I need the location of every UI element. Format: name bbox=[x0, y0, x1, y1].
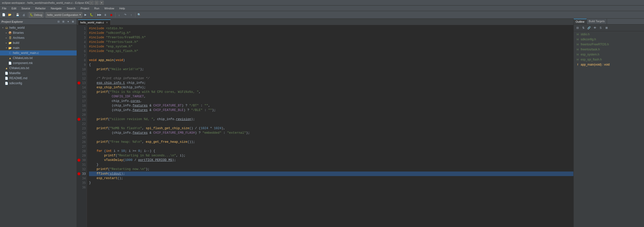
tree-item-build[interactable]: ▸ 📁 build bbox=[0, 40, 77, 45]
menu-project[interactable]: Project bbox=[79, 6, 90, 10]
code-line-18: (chip_info.features & CHIP_FEATURE_BT) ?… bbox=[89, 103, 573, 108]
tree-item-sdkconfig[interactable]: 📄 sdkconfig bbox=[0, 81, 77, 86]
makefile-icon: 📄 bbox=[5, 71, 9, 75]
close-button[interactable]: ✕ bbox=[100, 1, 104, 5]
breakpoint-21 bbox=[77, 118, 80, 121]
title-bar-controls[interactable]: ─ □ ✕ bbox=[90, 1, 104, 5]
code-line-31: } bbox=[89, 162, 573, 167]
launch-config-dropdown[interactable]: hello_world Configuration ▾ bbox=[46, 12, 82, 18]
save-button[interactable]: 💾 bbox=[15, 12, 20, 18]
step-over-button[interactable]: ↷ bbox=[123, 12, 128, 18]
sidebar: Project Explorer ⊟ ⊞ ▾ ⊠ ▾ 🗂 hello_world… bbox=[0, 19, 77, 227]
code-line-34: esp_restart(); bbox=[89, 176, 573, 181]
menu-help[interactable]: Help bbox=[118, 6, 126, 10]
outline-item-app_main[interactable]: f app_main(void) : void bbox=[574, 62, 644, 67]
outline-item-stdio[interactable]: H stdio.h bbox=[574, 32, 644, 37]
tree-label-component-mk: component.mk bbox=[13, 61, 33, 65]
tree-item-cmakelists-main[interactable]: ▲ CMakeLists.txt bbox=[0, 55, 77, 61]
menu-search[interactable]: Search bbox=[66, 6, 77, 10]
run-last-button[interactable]: ▶ bbox=[83, 12, 88, 18]
gutter-12: 12 bbox=[77, 76, 87, 81]
stop-button[interactable]: ⏹ bbox=[109, 12, 114, 18]
gutter-13: 13 bbox=[77, 81, 87, 85]
tree-label-makefile: Makefile bbox=[9, 71, 21, 75]
tree-label-build: build bbox=[13, 41, 19, 45]
outline-hide-fields-btn[interactable]: 👁 bbox=[592, 25, 598, 31]
tree-item-hello_world_main_c[interactable]: C hello_world_main.c bbox=[0, 50, 77, 55]
menu-run[interactable]: Run bbox=[93, 6, 100, 10]
menu-file[interactable]: File bbox=[1, 6, 8, 10]
tab-outline[interactable]: Outline bbox=[574, 19, 587, 24]
debug-last-button[interactable]: 🐛 bbox=[89, 12, 94, 18]
search-button[interactable]: 🔍 bbox=[136, 12, 142, 18]
tree-item-archives[interactable]: ▸ 🗄 Archives bbox=[0, 35, 77, 40]
tree-item-main[interactable]: ▾ 📂 main bbox=[0, 45, 77, 50]
resume-button[interactable]: ▶▶ bbox=[97, 12, 102, 18]
tree-item-cmakelists-root[interactable]: ▲ CMakeLists.txt bbox=[0, 66, 77, 71]
code-line-16: CONFIG_IDF_TARGET, bbox=[89, 94, 573, 99]
code-editor[interactable]: 1 2 3 4 5 6 7 8 9 10 11 12 13 14 15 16 1… bbox=[77, 25, 573, 227]
minimize-button[interactable]: ─ bbox=[90, 1, 94, 5]
step-into-button[interactable]: ↓ bbox=[116, 12, 122, 18]
tab-close-btn[interactable]: ✕ bbox=[105, 21, 108, 24]
sidebar-header: Project Explorer ⊟ ⊞ ▾ ⊠ bbox=[0, 19, 77, 25]
outline-collapse-btn[interactable]: ⊟ bbox=[575, 25, 580, 31]
code-line-20 bbox=[89, 112, 573, 117]
code-line-30: vTaskDelay(1000 / portTICK_PERIOD_MS); bbox=[89, 158, 573, 162]
sidebar-collapse-btn[interactable]: ⊟ bbox=[56, 19, 61, 24]
menu-navigate[interactable]: Navigate bbox=[50, 6, 63, 10]
outline-label-freertos: freertos/FreeRTOS.h bbox=[581, 43, 609, 46]
tree-item-hello_world[interactable]: ▾ 🗂 hello_world bbox=[0, 25, 77, 30]
outline-sort-btn[interactable]: ⇅ bbox=[580, 25, 586, 31]
outline-link-btn[interactable]: 🔗 bbox=[586, 25, 592, 31]
code-line-17: chip_info.cores, bbox=[89, 99, 573, 103]
outline-item-esp_spi_flash[interactable]: H esp_spi_flash.h bbox=[574, 57, 644, 62]
code-line-7 bbox=[89, 53, 573, 58]
gutter-35: 35 bbox=[77, 181, 87, 185]
menu-window[interactable]: Window bbox=[103, 6, 115, 10]
gutter-15: 15 bbox=[77, 90, 87, 94]
code-line-9: { bbox=[89, 63, 573, 67]
code-line-14: esp_chip_info(&chip_info); bbox=[89, 85, 573, 90]
sidebar-minimize-btn[interactable]: ⊠ bbox=[71, 19, 75, 24]
outline-item-esp_system[interactable]: H esp_system.h bbox=[574, 52, 644, 57]
tree-item-component-mk[interactable]: 📄 component.mk bbox=[0, 61, 77, 66]
suspend-button[interactable]: ⏸ bbox=[103, 12, 108, 18]
header-icon-4: H bbox=[576, 47, 580, 51]
maximize-button[interactable]: □ bbox=[95, 1, 99, 5]
sidebar-menu-btn[interactable]: ▾ bbox=[66, 19, 70, 24]
sidebar-link-btn[interactable]: ⊞ bbox=[61, 19, 66, 24]
tab-build-targets[interactable]: Build Targets bbox=[587, 19, 607, 24]
editor-tab-hello_world_main[interactable]: hello_world_main.c ✕ bbox=[78, 19, 111, 25]
tree-label-binaries: Binaries bbox=[13, 31, 24, 35]
code-content[interactable]: #include <stdio.h> #include "sdkconfig.h… bbox=[87, 25, 573, 227]
gutter-18: 18 bbox=[77, 103, 87, 108]
outline-item-freertos[interactable]: H freertos/FreeRTOS.h bbox=[574, 42, 644, 47]
tree-item-makefile[interactable]: 📄 Makefile bbox=[0, 71, 77, 76]
code-line-13: esp_chip_info_t chip_info; bbox=[89, 81, 573, 85]
gutter-34: 34 bbox=[77, 176, 87, 181]
outline-item-sdkconfig[interactable]: H sdkconfig.h bbox=[574, 37, 644, 42]
print-button[interactable]: 🖨 bbox=[21, 12, 26, 18]
debug-config-dropdown[interactable]: 🐛 Debug bbox=[29, 12, 43, 18]
gutter-7: 7 bbox=[77, 53, 87, 58]
toolbar: 📄 📂 💾 🖨 🐛 Debug hello_world Configuratio… bbox=[0, 11, 644, 19]
sidebar-title: Project Explorer bbox=[2, 20, 23, 23]
menu-source[interactable]: Source bbox=[20, 6, 31, 10]
step-return-button[interactable]: ↑ bbox=[129, 12, 134, 18]
code-line-28: for (int i = 10; i >= 0; i--) { bbox=[89, 149, 573, 153]
open-button[interactable]: 📂 bbox=[7, 12, 13, 18]
outline-minimize-btn[interactable]: ⊠ bbox=[604, 25, 609, 31]
menu-refactor[interactable]: Refactor bbox=[34, 6, 47, 10]
menu-edit[interactable]: Edit bbox=[11, 6, 17, 10]
outline-item-task[interactable]: H freertos/task.h bbox=[574, 47, 644, 52]
outline-tree: H stdio.h H sdkconfig.h H freertos/FreeR… bbox=[574, 31, 644, 227]
tree-item-binaries[interactable]: ▸ 📦 Binaries bbox=[0, 30, 77, 35]
outline-hide-static-btn[interactable]: S bbox=[598, 25, 603, 31]
gutter-5: 5 bbox=[77, 44, 87, 49]
gutter-11: 11 bbox=[77, 72, 87, 76]
new-button[interactable]: 📄 bbox=[1, 12, 7, 18]
tree-item-readme[interactable]: 📄 README.md bbox=[0, 76, 77, 81]
code-line-19: (chip_info.features & CHIP_FEATURE_BLE) … bbox=[89, 108, 573, 112]
toolbar-sep-4 bbox=[95, 13, 96, 17]
